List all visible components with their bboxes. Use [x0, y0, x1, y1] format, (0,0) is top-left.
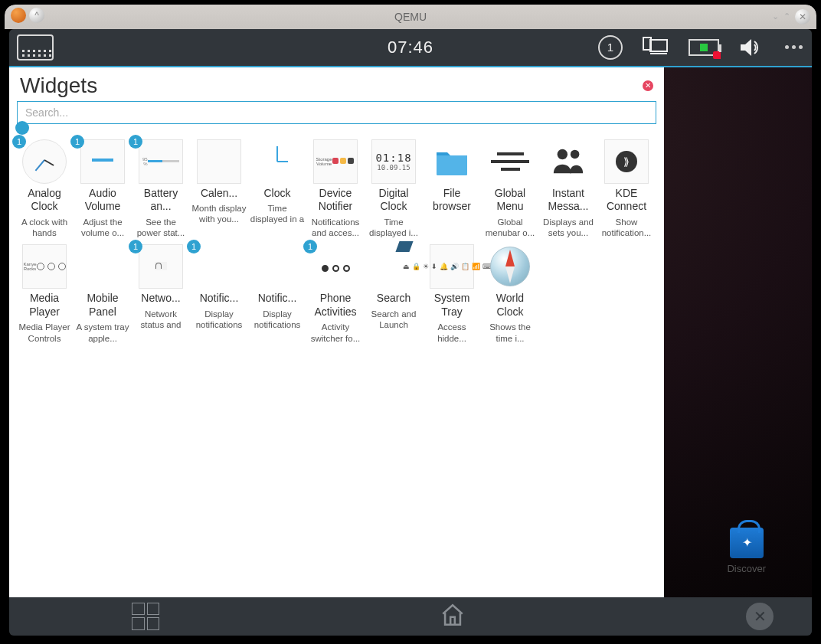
widget-desc: Month display with you... — [191, 203, 247, 225]
widget-desc: See the power stat... — [133, 217, 188, 239]
widget-notific2[interactable]: !Notific...Display notifications and job… — [248, 241, 306, 347]
widget-name: System Tray — [424, 292, 479, 319]
widget-name: Notific... — [250, 292, 305, 306]
widget-name: Global Menu — [482, 187, 538, 214]
widget-mobile-panel[interactable]: !Mobile PanelA system tray apple... — [74, 241, 132, 347]
widget-desc: Time displayed in a digita... — [250, 203, 305, 226]
widget-analog-clock[interactable]: 1Analog ClockA clock with hands — [15, 136, 74, 242]
widget-digital-clock[interactable]: 01:1810.09.15Digital ClockTime displayed… — [365, 136, 423, 242]
maximize-icon[interactable]: ⌃ — [783, 11, 790, 21]
widget-desc: Search and Launch — [366, 309, 421, 331]
widget-desc: Global menubar o... — [482, 217, 538, 239]
titlebar-right: ⌄ ⌃ ✕ — [772, 9, 810, 25]
widget-badge: 1 — [187, 240, 201, 253]
screen: 07:46 1 D — [9, 29, 812, 636]
widget-audio-volume[interactable]: 1Audio VolumeAdjust the volume o... — [74, 136, 132, 242]
widget-desc: Access hidde... — [424, 322, 479, 344]
close-panel-button[interactable]: ✕ — [643, 80, 653, 91]
widget-system-tray[interactable]: ⏏🔒☀⬇🔔🔊📋📶⌨⚙System TrayAccess hidde... — [423, 241, 481, 347]
statusbar-right: 1 — [598, 35, 803, 60]
widget-desc: Displays and sets you... — [541, 217, 596, 239]
widget-badge: 1 — [70, 135, 84, 149]
widget-desc: Display notifications and jobs — [250, 309, 305, 332]
widget-desc: Network status and control — [133, 309, 188, 332]
discover-label: Discover — [727, 563, 766, 574]
statusbar-clock[interactable]: 07:46 — [388, 38, 433, 57]
window-titlebar: ^ QEMU ⌄ ⌃ ✕ — [5, 5, 816, 29]
widget-name: Analog Clock — [17, 187, 72, 214]
widget-name: Instant Messa... — [541, 187, 596, 214]
widget-desc: Activity switcher fo... — [308, 322, 363, 344]
widget-name: Netwo... — [133, 292, 188, 306]
widget-name: Media Player — [17, 292, 72, 319]
widget-search[interactable]: SearchSearch and Launch — [365, 241, 423, 347]
discover-launcher[interactable]: Discover — [727, 528, 766, 574]
svg-marker-3 — [741, 39, 751, 56]
widget-phone-act[interactable]: 1Phone ActivitiesActivity switcher fo... — [306, 241, 365, 347]
volume-icon[interactable] — [739, 37, 765, 58]
widget-calendar[interactable]: Calen...Month display with you... — [190, 136, 248, 242]
widget-desc: A system tray apple... — [75, 322, 130, 344]
widget-badge: 1 — [129, 135, 142, 149]
bottom-bar: ✕ — [9, 597, 812, 636]
home-button[interactable] — [440, 602, 466, 631]
search-input[interactable] — [17, 101, 656, 124]
overview-button[interactable] — [132, 603, 159, 630]
widget-badge: 1 — [12, 135, 26, 149]
widget-name: Device Notifier — [308, 187, 363, 214]
widget-desc: Show notification... — [599, 217, 654, 239]
notification-count-icon[interactable]: 1 — [598, 35, 623, 60]
widget-networks[interactable]: 1Netwo...Network status and control — [132, 241, 190, 347]
widget-desc: Display notifications and jobs — [191, 309, 247, 332]
widget-name: Notific... — [191, 292, 247, 306]
widget-media-player[interactable]: Kanye RocksMedia PlayerMedia Player Cont… — [15, 241, 74, 347]
widget-desc: Time displayed i... — [366, 217, 421, 239]
svg-point-4 — [558, 149, 568, 159]
widget-world-clock[interactable]: World ClockShows the time i... — [481, 241, 539, 347]
battery-icon[interactable] — [689, 39, 719, 56]
titlebar-left: ^ — [11, 8, 44, 23]
widget-device-notifier[interactable]: Storage VolumeDevice NotifierNotificatio… — [306, 136, 365, 242]
display-icon[interactable] — [643, 37, 669, 58]
widget-desc: A clock with hands — [17, 217, 72, 239]
widget-name: Mobile Panel — [75, 292, 130, 319]
widget-name: Digital Clock — [366, 187, 421, 214]
keyboard-icon[interactable] — [17, 34, 54, 60]
widget-name: Calen... — [191, 187, 247, 201]
widget-global-menu[interactable]: Global MenuGlobal menubar o... — [481, 136, 539, 242]
widget-name: Clock — [250, 187, 305, 201]
widget-instant-msg[interactable]: Instant Messa...Displays and sets you... — [539, 136, 597, 242]
widget-name: File browser — [424, 187, 479, 214]
widget-name: KDE Connect — [599, 187, 654, 214]
widget-kde-connect[interactable]: ⟫KDE ConnectShow notification... — [597, 136, 656, 242]
widget-name: World Clock — [482, 292, 538, 319]
widget-notific1[interactable]: 1!Notific...Display notifications and jo… — [190, 241, 248, 347]
widget-desc: Shows the time i... — [482, 322, 538, 344]
widget-name: Battery an... — [133, 187, 188, 214]
app-icon — [11, 8, 26, 23]
close-button[interactable]: ✕ — [746, 603, 774, 630]
widget-clock[interactable]: ClockTime displayed in a digita... — [248, 136, 306, 242]
close-window-icon[interactable]: ✕ — [795, 9, 810, 25]
widget-name: Search — [366, 292, 421, 306]
svg-rect-0 — [650, 40, 667, 51]
top-statusbar: 07:46 1 — [9, 29, 812, 67]
widget-name: Phone Activities — [308, 292, 363, 319]
more-icon[interactable] — [785, 45, 803, 49]
widget-desc: Adjust the volume o... — [75, 217, 130, 239]
search-handle-icon[interactable] — [15, 121, 29, 135]
discover-icon — [730, 528, 764, 558]
widget-name: Audio Volume — [75, 187, 130, 214]
svg-point-5 — [571, 149, 580, 159]
pin-icon[interactable]: ^ — [29, 8, 44, 23]
qemu-window: ^ QEMU ⌄ ⌃ ✕ 07:46 1 — [5, 5, 816, 640]
window-title: QEMU — [394, 11, 427, 23]
minimize-icon[interactable]: ⌄ — [772, 11, 779, 21]
widget-file-browser[interactable]: File browser — [423, 136, 481, 242]
widget-battery[interactable]: 195 %Battery an...See the power stat... — [132, 136, 190, 242]
widgets-panel: Widgets ✕ 1Analog ClockA clock with hand… — [9, 67, 664, 597]
widget-desc: Media Player Controls — [17, 322, 72, 344]
panel-title: Widgets — [20, 74, 97, 98]
widget-grid: 1Analog ClockA clock with hands1Audio Vo… — [9, 129, 664, 355]
widget-desc: Notifications and acces... — [308, 217, 363, 239]
